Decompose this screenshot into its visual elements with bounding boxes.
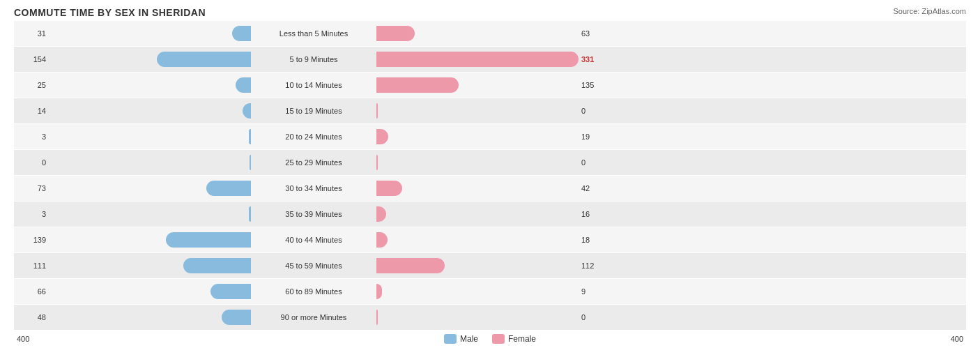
row-label: 60 to 89 Minutes: [251, 287, 376, 296]
male-bar-container: [49, 310, 251, 325]
male-bar: [236, 77, 251, 93]
male-bar: [157, 52, 251, 67]
female-value: 9: [579, 287, 620, 296]
female-value: 112: [579, 261, 620, 270]
source-label: Source: ZipAtlas.com: [893, 7, 966, 15]
chart-footer: 400 Male Female 400: [14, 334, 966, 344]
male-bar: [243, 103, 251, 119]
female-legend-box: [492, 334, 505, 344]
female-bar: [376, 181, 402, 196]
male-bar: [210, 284, 251, 299]
female-bar: [376, 77, 459, 93]
table-row: 0 25 to 29 Minutes 0: [14, 150, 966, 175]
table-row: 48 90 or more Minutes 0: [14, 305, 966, 330]
female-bar: [376, 52, 579, 67]
male-bar: [232, 26, 251, 41]
male-bar-container: [49, 129, 251, 144]
male-value: 66: [14, 287, 49, 296]
female-bar: [376, 310, 378, 325]
male-bar: [183, 258, 251, 273]
male-value: 139: [14, 236, 49, 244]
male-bar-container: [49, 258, 251, 273]
female-bar-container: [376, 26, 579, 41]
male-value: 3: [14, 210, 49, 218]
male-legend-box: [444, 334, 457, 344]
male-bar-container: [49, 103, 251, 119]
male-bar-container: [49, 181, 251, 196]
row-label: 5 to 9 Minutes: [251, 55, 376, 63]
row-label: 90 or more Minutes: [251, 313, 376, 321]
male-value: 48: [14, 313, 49, 321]
table-row: 111 45 to 59 Minutes 112: [14, 253, 966, 278]
female-bar-container: [376, 77, 579, 93]
table-row: 73 30 to 34 Minutes 42: [14, 176, 966, 201]
table-row: 139 40 to 44 Minutes 18: [14, 227, 966, 252]
female-value: 0: [579, 313, 620, 321]
male-bar: [222, 310, 251, 325]
row-label: 10 to 14 Minutes: [251, 81, 376, 89]
male-legend-label: Male: [460, 334, 478, 344]
male-value: 0: [14, 158, 49, 167]
male-bar: [206, 181, 251, 196]
chart-title: COMMUTE TIME BY SEX IN SHERIDAN: [14, 7, 966, 18]
chart-container: COMMUTE TIME BY SEX IN SHERIDAN Source: …: [0, 0, 980, 364]
male-bar-container: [49, 155, 251, 170]
female-value: 0: [579, 107, 620, 115]
female-bar: [376, 206, 386, 222]
left-axis-label: 400: [17, 335, 45, 343]
female-value: 42: [579, 184, 620, 192]
male-value: 14: [14, 107, 49, 115]
legend-male: Male: [444, 334, 478, 344]
row-label: 30 to 34 Minutes: [251, 184, 376, 192]
table-row: 31 Less than 5 Minutes 63: [14, 21, 966, 46]
row-label: 20 to 24 Minutes: [251, 132, 376, 141]
male-bar-container: [49, 77, 251, 93]
female-bar: [376, 258, 445, 273]
male-value: 25: [14, 81, 49, 89]
male-value: 31: [14, 29, 49, 38]
male-value: 154: [14, 55, 49, 63]
table-row: 3 20 to 24 Minutes 19: [14, 124, 966, 149]
male-bar-container: [49, 26, 251, 41]
table-row: 25 10 to 14 Minutes 135: [14, 73, 966, 98]
female-bar-container: [376, 129, 579, 144]
row-label: 40 to 44 Minutes: [251, 236, 376, 244]
female-value: 19: [579, 132, 620, 141]
female-bar: [376, 155, 378, 170]
male-value: 111: [14, 261, 49, 270]
row-label: Less than 5 Minutes: [251, 29, 376, 38]
female-bar: [376, 284, 382, 299]
chart-area: 31 Less than 5 Minutes 63 154 5 to 9 Min…: [14, 21, 966, 330]
female-value: 18: [579, 236, 620, 244]
male-bar-container: [49, 232, 251, 248]
row-label: 15 to 19 Minutes: [251, 107, 376, 115]
female-bar-container: [376, 103, 579, 119]
male-bar-container: [49, 206, 251, 222]
female-bar-container: [376, 258, 579, 273]
female-bar: [376, 103, 378, 119]
table-row: 3 35 to 39 Minutes 16: [14, 202, 966, 227]
male-value: 3: [14, 132, 49, 141]
female-value: 0: [579, 158, 620, 167]
female-value: 63: [579, 29, 620, 38]
female-value: 135: [579, 81, 620, 89]
table-row: 66 60 to 89 Minutes 9: [14, 279, 966, 304]
female-bar: [376, 232, 388, 248]
female-bar-container: [376, 284, 579, 299]
male-bar-container: [49, 52, 251, 67]
legend-female: Female: [492, 334, 536, 344]
table-row: 14 15 to 19 Minutes 0: [14, 98, 966, 123]
right-axis-label: 400: [935, 335, 963, 343]
female-bar-container: [376, 52, 579, 67]
row-label: 25 to 29 Minutes: [251, 158, 376, 167]
row-label: 45 to 59 Minutes: [251, 261, 376, 270]
male-bar: [166, 232, 251, 248]
table-row: 154 5 to 9 Minutes 331: [14, 47, 966, 72]
legend: Male Female: [45, 334, 935, 344]
row-label: 35 to 39 Minutes: [251, 210, 376, 218]
female-bar: [376, 26, 415, 41]
female-bar-container: [376, 310, 579, 325]
male-value: 73: [14, 184, 49, 192]
female-legend-label: Female: [508, 334, 536, 344]
female-bar-container: [376, 155, 579, 170]
